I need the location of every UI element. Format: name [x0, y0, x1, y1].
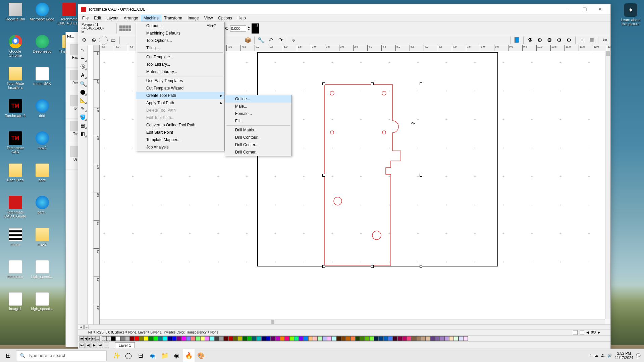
palette-swatch[interactable] — [125, 336, 130, 341]
palette-swatch[interactable] — [191, 336, 196, 341]
menu-item[interactable]: Material Library... — [136, 68, 224, 75]
menu-item[interactable]: Tool Library... — [136, 61, 224, 68]
palette-swatch-none[interactable] — [106, 336, 111, 341]
scrollbar-thumb[interactable] — [271, 320, 274, 324]
desktop-icon[interactable]: parc . — [30, 196, 55, 214]
palette-swatch[interactable] — [111, 336, 116, 341]
learn-about-picture[interactable]: ✦ Learn about this picture — [621, 3, 641, 26]
rotate-icon[interactable] — [99, 36, 108, 45]
desktop-icon[interactable]: Microsoft Edge — [30, 3, 55, 21]
palette-swatch[interactable] — [172, 336, 177, 341]
palette-swatch[interactable] — [149, 336, 153, 341]
taskview-icon[interactable]: ⊟ — [135, 349, 146, 362]
palette-swatch[interactable] — [130, 336, 135, 341]
menu-help[interactable]: Help — [235, 15, 249, 21]
palette-swatch[interactable] — [402, 336, 407, 341]
minus-button[interactable]: − — [84, 325, 89, 329]
desktop-icon[interactable]: mmm — [3, 228, 28, 246]
palette-swatch[interactable] — [228, 336, 233, 341]
desktop-icon[interactable]: high_speed... — [30, 292, 55, 311]
tool-icon[interactable]: ⚙ — [545, 36, 554, 45]
palette-swatch[interactable] — [360, 336, 365, 341]
palette-swatch[interactable] — [416, 336, 421, 341]
align-grid-icon[interactable] — [119, 25, 131, 31]
move-icon[interactable]: ✥ — [79, 36, 88, 45]
palette-swatch[interactable] — [167, 336, 172, 341]
color-swatch[interactable] — [252, 23, 259, 34]
menu-item[interactable]: Apply Tool Path — [136, 99, 224, 107]
maximize-button[interactable]: ☐ — [577, 4, 592, 14]
tool-icon[interactable]: ⎆ — [289, 36, 298, 45]
menu-view[interactable]: View — [202, 15, 216, 21]
palette-swatch[interactable] — [210, 336, 214, 341]
selection-handle[interactable] — [420, 265, 422, 268]
palette-swatch[interactable] — [153, 336, 158, 341]
desktop-icon[interactable]: Torchmate CAD 8 Guide — [3, 196, 28, 218]
menu-item[interactable]: Male... — [225, 103, 291, 110]
ruler-vertical[interactable]: 3.02.01.00.0-1.0-2.0-3.0-4.0-5.0-6.0-7.0 — [94, 51, 100, 324]
palette-swatch[interactable] — [285, 336, 289, 341]
palette-swatch[interactable] — [393, 336, 397, 341]
palette-swatch[interactable] — [238, 336, 243, 341]
tray-notifications-icon[interactable]: 💬 — [636, 353, 641, 358]
tray-onedrive-icon[interactable]: ☁ — [595, 353, 598, 358]
palette-swatch[interactable] — [449, 336, 454, 341]
desktop-icon[interactable]: mmmmm — [3, 260, 28, 279]
titlebar[interactable]: Torchmate CAD - Untitled1.CDL — ☐ ✕ — [78, 4, 610, 14]
palette-swatch[interactable] — [412, 336, 416, 341]
gear-icon[interactable]: ⚙ — [565, 36, 573, 45]
menu-transform[interactable]: Transform — [161, 15, 185, 21]
menu-item[interactable]: Drill Contour... — [225, 134, 291, 141]
palette-more[interactable]: … — [96, 336, 100, 341]
desktop-icon[interactable]: TMTorchmate CAD — [3, 131, 28, 154]
desktop-icon[interactable]: max2 — [30, 228, 55, 246]
palette-swatch[interactable] — [196, 336, 200, 341]
palette-swatch[interactable] — [214, 336, 219, 341]
search-box[interactable]: 🔍 Type here to search — [16, 350, 107, 361]
palette-swatch[interactable] — [116, 336, 120, 341]
tool-icon[interactable]: ⚗ — [526, 36, 534, 45]
selection-handle[interactable] — [322, 82, 325, 85]
menu-item[interactable]: Tool Options... — [136, 37, 224, 44]
shape-tool[interactable]: ◧ — [79, 130, 87, 138]
tool-icon[interactable]: ≡ — [578, 36, 586, 45]
menu-item[interactable]: Female... — [225, 110, 291, 117]
menu-item[interactable]: Drill Center... — [225, 141, 291, 148]
palette-swatch[interactable] — [280, 336, 285, 341]
menu-layout[interactable]: Layout — [104, 15, 121, 21]
palette-swatch[interactable] — [426, 336, 430, 341]
undo-icon[interactable]: ↶ — [266, 36, 275, 45]
palette-swatch[interactable] — [379, 336, 383, 341]
palette-swatch[interactable] — [158, 336, 163, 341]
selection-handle[interactable] — [322, 265, 325, 268]
status-button[interactable] — [573, 330, 578, 335]
selection-handle[interactable] — [420, 82, 422, 85]
menu-item[interactable]: Online... — [225, 95, 291, 103]
desktop-icon[interactable]: TorchMate Installers — [3, 67, 28, 89]
text-tool[interactable]: A — [79, 71, 87, 79]
palette-swatch[interactable] — [346, 336, 351, 341]
menu-item[interactable]: Create Tool Path — [136, 92, 224, 99]
palette-swatch[interactable] — [355, 336, 360, 341]
tool-icon[interactable]: ≣ — [587, 36, 596, 45]
palette-swatch[interactable] — [440, 336, 444, 341]
palette-swatch[interactable] — [388, 336, 393, 341]
paint-icon[interactable]: 🎨 — [195, 349, 207, 362]
selection-handle[interactable] — [371, 82, 374, 85]
palette-swatch[interactable] — [271, 336, 275, 341]
palette-swatch[interactable] — [444, 336, 449, 341]
minimize-button[interactable]: — — [561, 4, 577, 14]
redo-icon[interactable]: ↷ — [276, 36, 285, 45]
palette-prev[interactable]: ◀ — [84, 336, 88, 341]
tool-icon[interactable]: ⊕ — [89, 36, 98, 45]
tool-icon[interactable]: ▭ — [109, 36, 117, 45]
palette-swatch[interactable] — [186, 336, 191, 341]
explorer-icon[interactable]: 📁 — [159, 349, 170, 362]
torchmate-taskbar-icon[interactable]: 🔥 — [183, 349, 195, 362]
menu-options[interactable]: Options — [216, 15, 235, 21]
layer-first[interactable]: ⏮ — [79, 343, 85, 348]
menu-item[interactable]: Convert to Online Tool Path — [136, 121, 224, 129]
palette-swatch[interactable] — [383, 336, 388, 341]
palette-swatch[interactable] — [120, 336, 125, 341]
edge-icon[interactable]: ◉ — [147, 349, 158, 362]
